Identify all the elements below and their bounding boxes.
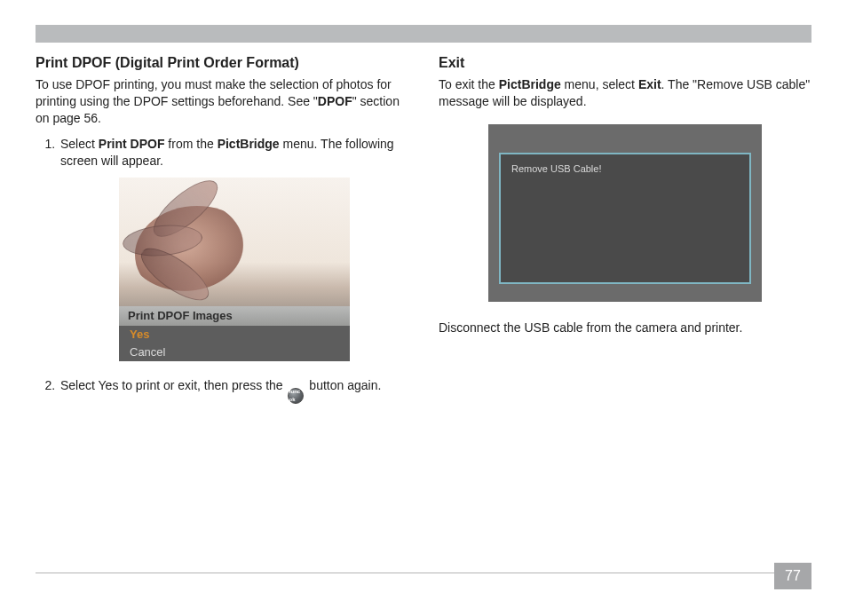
camera-menu-title: Print DPOF Images	[119, 306, 350, 326]
exit-outro: Disconnect the USB cable from the camera…	[439, 320, 811, 336]
camera-screenshot-remove-usb: Remove USB Cable!	[488, 124, 762, 302]
exit-a: To exit the	[439, 77, 499, 91]
heading-print-dpof: Print DPOF (Digital Print Order Format)	[36, 55, 408, 71]
exit-bold-pictbridge: PictBridge	[499, 77, 561, 91]
dpof-steps: Select Print DPOF from the PictBridge me…	[36, 136, 408, 404]
left-column: Print DPOF (Digital Print Order Format) …	[36, 55, 408, 413]
heading-exit: Exit	[439, 55, 811, 71]
content-columns: Print DPOF (Digital Print Order Format) …	[36, 55, 811, 413]
camera-screenshot-dpof: Print DPOF Images Yes Cancel	[119, 178, 350, 361]
dpof-intro: To use DPOF printing, you must make the …	[36, 76, 408, 127]
page-number: 77	[774, 563, 811, 589]
step1-bold-printdpof: Print DPOF	[99, 137, 165, 151]
step1-a: Select	[60, 137, 99, 151]
exit-bold-exit: Exit	[638, 77, 661, 91]
exit-b: menu, select	[561, 77, 638, 91]
camera-menu-option-yes: Yes	[119, 326, 350, 344]
footer-divider	[36, 573, 811, 573]
intro-bold-dpof: DPOF	[318, 94, 352, 108]
step2-a: Select Yes to print or exit, then press …	[60, 378, 286, 392]
right-column: Exit To exit the PictBridge menu, select…	[439, 55, 811, 413]
step-1: Select Print DPOF from the PictBridge me…	[59, 136, 408, 362]
manual-page: Print DPOF (Digital Print Order Format) …	[0, 0, 847, 616]
step-2: Select Yes to print or exit, then press …	[59, 377, 408, 403]
camera-message-box: Remove USB Cable!	[499, 153, 751, 284]
header-bar	[36, 25, 811, 43]
step2-b: button again.	[305, 378, 381, 392]
step1-c: from the	[164, 137, 217, 151]
step1-bold-pictbridge: PictBridge	[218, 137, 280, 151]
func-ok-button-icon: func ok	[288, 388, 304, 404]
camera-message-text: Remove USB Cable!	[511, 163, 602, 174]
camera-menu-option-cancel: Cancel	[119, 344, 350, 361]
exit-intro: To exit the PictBridge menu, select Exit…	[439, 76, 811, 110]
